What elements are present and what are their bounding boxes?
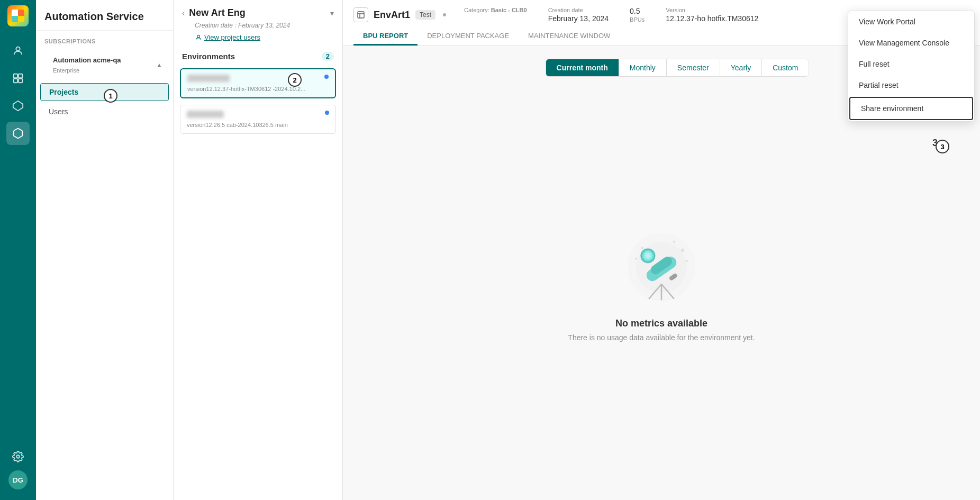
period-btn-yearly[interactable]: Yearly (720, 59, 762, 76)
no-metrics-title: No metrics available (615, 318, 707, 329)
context-menu-item-3[interactable]: Partial reset (848, 75, 974, 96)
svg-rect-3 (14, 79, 17, 83)
no-metrics-area: No metrics available There is no usage d… (568, 106, 755, 487)
step-1-badge: 1 (104, 89, 117, 103)
nav-icon-users[interactable] (6, 39, 30, 62)
svg-rect-1 (14, 74, 17, 78)
svg-point-7 (197, 35, 200, 38)
period-btn-current-month[interactable]: Current month (546, 59, 619, 76)
env-test-badge: Test (415, 10, 435, 20)
env-version: Version 12.12.37-ho hotfix.TM30612 (666, 7, 758, 23)
env-card-version-1: version12.26.5 cab-2024.10326.5 main (187, 122, 329, 128)
svg-rect-2 (19, 74, 22, 78)
project-panel: ‹ New Art Eng ▾ Creation date : February… (174, 0, 343, 500)
subscription-header[interactable]: Automation acme-qa Enterprise ▲ (36, 48, 173, 82)
svg-rect-8 (358, 12, 364, 18)
subscription-type: Enterprise (44, 67, 130, 78)
project-title: New Art Eng (189, 7, 326, 19)
period-selector: Current month Monthly Semester Yearly Cu… (546, 59, 810, 77)
context-menu-item-4[interactable]: Share environment (849, 97, 973, 120)
env-creation-date: Creation date February 13, 2024 (548, 7, 609, 23)
project-header: ‹ New Art Eng ▾ (174, 0, 342, 21)
nav-icon-cube[interactable] (6, 122, 30, 145)
svg-point-0 (16, 47, 20, 51)
env-status-dot (441, 11, 448, 19)
navigation-bar: DG (0, 0, 36, 500)
sidebar: Automation Service SUBSCRIPTIONS Automat… (36, 0, 174, 500)
period-btn-custom[interactable]: Custom (762, 59, 809, 76)
environments-label: Environments (182, 52, 235, 61)
env-card-version-0: version12.12.37-hotfix-TM30612 -2024.10.… (187, 86, 329, 92)
env-card-dot-1 (325, 111, 329, 115)
tab-bpu-report[interactable]: BPU REPORT (353, 28, 418, 46)
env-card-name-0 (187, 75, 230, 82)
env-icon (353, 7, 368, 22)
svg-point-24 (641, 247, 644, 249)
period-btn-monthly[interactable]: Monthly (619, 59, 667, 76)
nav-icon-settings[interactable] (6, 445, 30, 468)
step-2-badge: 2 (288, 73, 302, 87)
env-bpu: 0.5 BPUs (630, 7, 645, 23)
subscription-name: Automation acme-qa (44, 52, 130, 67)
svg-point-22 (673, 240, 676, 243)
env-meta-info: Category: Basic - CLB0 Creation date Feb… (464, 7, 758, 23)
subscriptions-label: SUBSCRIPTIONS (36, 31, 173, 48)
env-card-1[interactable]: version12.26.5 cab-2024.10326.5 main (180, 105, 336, 134)
environments-count: 2 (322, 52, 334, 61)
context-menu-item-0[interactable]: View Work Portal (848, 11, 974, 32)
svg-rect-4 (19, 79, 22, 83)
tab-maintenance-window[interactable]: MAINTENANCE WINDOW (519, 28, 620, 46)
context-menu: View Work Portal View Management Console… (848, 11, 975, 122)
context-menu-item-1[interactable]: View Management Console (848, 32, 974, 53)
view-project-users-link[interactable]: View project users (174, 32, 342, 48)
project-creation-date: Creation date : February 13, 2024 (174, 21, 342, 32)
step-3-badge: 3 (936, 140, 949, 153)
env-card-0[interactable]: version12.12.37-hotfix-TM30612 -2024.10.… (180, 68, 336, 98)
telescope-illustration (619, 221, 704, 305)
svg-point-25 (635, 258, 637, 259)
env-card-name-1 (187, 111, 224, 118)
context-menu-item-2[interactable]: Full reset (848, 53, 974, 75)
environments-header: Environments 2 (174, 48, 342, 65)
nav-icon-layers[interactable] (6, 94, 30, 117)
back-button[interactable]: ‹ (182, 8, 185, 18)
tab-deployment-package[interactable]: DEPLOYMENT PACKAGE (418, 28, 519, 46)
svg-point-19 (646, 253, 651, 258)
svg-point-9 (443, 13, 446, 16)
period-btn-semester[interactable]: Semester (667, 59, 720, 76)
app-logo (7, 5, 29, 26)
sidebar-item-users[interactable]: Users (40, 103, 169, 120)
svg-point-6 (16, 455, 20, 458)
collapse-button[interactable]: ▲ (154, 60, 165, 70)
app-title: Automation Service (36, 0, 173, 31)
user-avatar[interactable]: DG (8, 470, 28, 489)
svg-point-21 (681, 248, 684, 251)
project-caret-button[interactable]: ▾ (330, 9, 334, 17)
no-metrics-subtitle: There is no usage data available for the… (568, 333, 755, 342)
nav-icon-home[interactable] (6, 67, 30, 90)
env-name: EnvArt1 (374, 10, 410, 21)
env-card-dot-0 (324, 75, 329, 79)
svg-point-23 (686, 260, 687, 261)
env-category: Category: Basic - CLB0 (464, 7, 527, 23)
main-content: EnvArt1 Test Category: Basic - CLB0 Crea… (343, 0, 980, 500)
svg-marker-5 (13, 101, 23, 111)
